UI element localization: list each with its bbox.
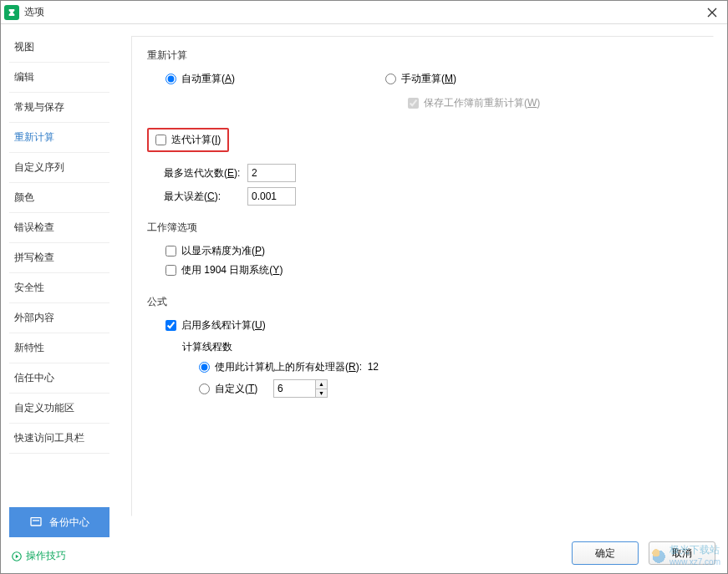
recalc-title: 重新计算 xyxy=(147,48,698,63)
window-title: 选项 xyxy=(24,5,44,19)
max-err-input[interactable] xyxy=(247,187,296,206)
use-all-proc-radio[interactable]: 使用此计算机上的所有处理器(R): 12 xyxy=(199,358,698,377)
workbook-group: 工作簿选项 以显示精度为准(P) 使用 1904 日期系统(Y) xyxy=(147,221,698,280)
sidebar-list: 视图编辑常规与保存重新计算自定义序列颜色错误检查拼写检查安全性外部内容新特性信任… xyxy=(9,33,109,500)
max-err-row: 最大误差(C): xyxy=(164,187,698,206)
svg-rect-0 xyxy=(31,518,41,526)
threads-title: 计算线程数 xyxy=(182,340,698,354)
content: 视图编辑常规与保存重新计算自定义序列颜色错误检查拼写检查安全性外部内容新特性信任… xyxy=(1,24,727,573)
custom-threads-radio[interactable]: 自定义(T) ▲ ▼ xyxy=(199,377,698,400)
iterative-highlight: 迭代计算(I) xyxy=(147,128,229,152)
recalc-group: 重新计算 自动重算(A) 手动重算(M) xyxy=(147,48,698,113)
backup-center-button[interactable]: 备份中心 xyxy=(9,507,109,537)
workbook-title: 工作簿选项 xyxy=(147,221,698,235)
iterative-checkbox[interactable]: 迭代计算(I) xyxy=(155,133,221,147)
sidebar-item[interactable]: 自定义序列 xyxy=(9,153,109,183)
custom-threads-input[interactable] xyxy=(273,379,315,398)
formula-group: 公式 启用多线程计算(U) 计算线程数 使用此计算机上的所有处理器(R): 12 xyxy=(147,295,698,400)
spinner-up-icon[interactable]: ▲ xyxy=(316,380,327,389)
tips-link[interactable]: 操作技巧 xyxy=(9,544,109,573)
main-panel: 重新计算 自动重算(A) 手动重算(M) xyxy=(118,24,727,573)
max-iter-row: 最多迭代次数(E): xyxy=(164,164,698,182)
precision-checkbox[interactable]: 以显示精度为准(P) xyxy=(165,241,698,261)
custom-threads-spinner[interactable]: ▲ ▼ xyxy=(273,379,328,398)
sidebar: 视图编辑常规与保存重新计算自定义序列颜色错误检查拼写检查安全性外部内容新特性信任… xyxy=(1,24,118,573)
close-button[interactable] xyxy=(700,1,724,24)
svg-rect-1 xyxy=(33,520,39,521)
manual-recalc-radio[interactable]: 手动重算(M) xyxy=(385,69,456,89)
sidebar-item[interactable]: 编辑 xyxy=(9,63,109,93)
sidebar-item[interactable]: 视图 xyxy=(9,33,109,63)
backup-label: 备份中心 xyxy=(49,516,89,530)
ok-button[interactable]: 确定 xyxy=(572,541,639,565)
footer: 确定 取消 xyxy=(572,541,715,565)
spinner-down-icon[interactable]: ▼ xyxy=(316,389,327,398)
sidebar-item[interactable]: 新特性 xyxy=(9,333,109,363)
date1904-checkbox[interactable]: 使用 1904 日期系统(Y) xyxy=(165,261,698,280)
save-recalc-checkbox: 保存工作簿前重新计算(W) xyxy=(408,94,698,113)
cancel-button[interactable]: 取消 xyxy=(649,541,715,565)
sidebar-item[interactable]: 信任中心 xyxy=(9,363,109,394)
multithread-checkbox[interactable]: 启用多线程计算(U) xyxy=(165,316,698,335)
titlebar: 选项 xyxy=(1,1,727,24)
formula-title: 公式 xyxy=(147,295,698,309)
sidebar-item[interactable]: 颜色 xyxy=(9,183,109,213)
sidebar-item[interactable]: 错误检查 xyxy=(9,213,109,243)
max-iter-input[interactable] xyxy=(247,164,296,182)
sidebar-item[interactable]: 外部内容 xyxy=(9,303,109,333)
sidebar-item[interactable]: 自定义功能区 xyxy=(9,394,109,424)
sidebar-item[interactable]: 安全性 xyxy=(9,273,109,303)
sidebar-item[interactable]: 常规与保存 xyxy=(9,93,109,123)
sidebar-item[interactable]: 拼写检查 xyxy=(9,243,109,273)
sidebar-item[interactable]: 快速访问工具栏 xyxy=(9,424,109,454)
iterative-group: 迭代计算(I) 最多迭代次数(E): 最大误差(C): xyxy=(147,128,698,206)
sidebar-item[interactable]: 重新计算 xyxy=(9,123,109,153)
tips-label: 操作技巧 xyxy=(26,549,66,563)
auto-recalc-radio[interactable]: 自动重算(A) xyxy=(165,69,235,89)
app-icon xyxy=(4,5,19,20)
